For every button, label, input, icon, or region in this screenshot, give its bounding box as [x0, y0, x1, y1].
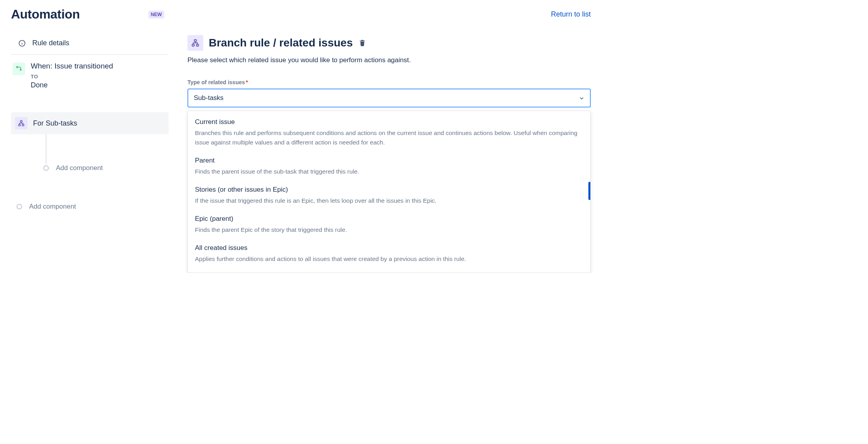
option-desc: Finds the parent issue of the sub-task t…	[195, 167, 583, 176]
connector-line-icon	[46, 134, 46, 164]
trigger-to-value: Done	[31, 81, 165, 89]
rule-details-label: Rule details	[32, 39, 69, 47]
branch-title: For Sub-tasks	[33, 119, 77, 128]
svg-point-2	[22, 42, 22, 42]
option-desc: Finds the parent Epic of the story that …	[195, 225, 583, 235]
option-parent[interactable]: Parent Finds the parent issue of the sub…	[188, 153, 590, 182]
rule-details-button[interactable]: Rule details	[11, 35, 169, 51]
add-component-outer-button[interactable]: Add component	[17, 203, 169, 211]
option-stories-in-epic[interactable]: Stories (or other issues in Epic) If the…	[188, 182, 590, 211]
header-left: Automation NEW	[11, 7, 164, 22]
trigger-body: When: Issue transitioned TO Done	[31, 62, 169, 89]
option-all-created-issues[interactable]: All created issues Applies further condi…	[188, 240, 590, 269]
option-current-issue[interactable]: Current issue Branches this rule and per…	[188, 114, 590, 153]
trigger-to-label: TO	[31, 74, 165, 80]
option-desc: If the issue that triggered this rule is…	[195, 196, 583, 205]
option-desc: Applies further conditions and actions t…	[195, 254, 583, 264]
type-field-label-text: Type of related issues	[187, 79, 245, 85]
type-select[interactable]: Sub-tasks	[187, 89, 591, 107]
branch-icon	[15, 117, 28, 130]
type-dropdown[interactable]: Current issue Branches this rule and per…	[187, 111, 591, 273]
page-title: Automation	[11, 7, 80, 22]
circle-icon	[17, 204, 22, 209]
info-icon	[18, 39, 26, 47]
option-title: Parent	[195, 157, 583, 165]
main-panel: Branch rule / related issues Please sele…	[187, 35, 591, 273]
sidebar-divider	[11, 54, 169, 55]
branch-icon	[187, 35, 203, 51]
option-epic-parent[interactable]: Epic (parent) Finds the parent Epic of t…	[188, 211, 590, 240]
type-field-label: Type of related issues*	[187, 79, 591, 85]
branch-children: Add component	[34, 134, 169, 175]
trash-icon[interactable]	[358, 39, 366, 47]
panel-header: Branch rule / related issues	[187, 35, 591, 51]
trigger-block[interactable]: When: Issue transitioned TO Done	[11, 62, 169, 89]
add-component-label: Add component	[29, 203, 76, 211]
panel-title: Branch rule / related issues	[209, 37, 353, 49]
option-title: Epic (parent)	[195, 215, 583, 223]
chevron-down-icon	[579, 95, 584, 101]
type-select-value: Sub-tasks	[194, 94, 224, 102]
return-to-list-link[interactable]: Return to list	[551, 10, 591, 18]
circle-icon	[43, 165, 49, 171]
branch-block[interactable]: For Sub-tasks	[11, 112, 169, 134]
required-star-icon: *	[246, 79, 248, 85]
option-title: All created issues	[195, 244, 583, 252]
panel-description: Please select which related issue you wo…	[187, 56, 591, 64]
add-component-inner-button[interactable]: Add component	[43, 164, 169, 172]
new-badge: NEW	[148, 11, 164, 18]
option-title: Current issue	[195, 118, 583, 126]
rule-sidebar: Rule details When: Issue transitioned	[11, 35, 169, 211]
page-header: Automation NEW Return to list	[11, 7, 591, 22]
option-desc: Branches this rule and performs subseque…	[195, 128, 583, 147]
add-component-label: Add component	[56, 164, 103, 172]
transition-icon	[13, 63, 25, 75]
trigger-title: When: Issue transitioned	[31, 62, 165, 70]
option-title: Stories (or other issues in Epic)	[195, 186, 583, 194]
